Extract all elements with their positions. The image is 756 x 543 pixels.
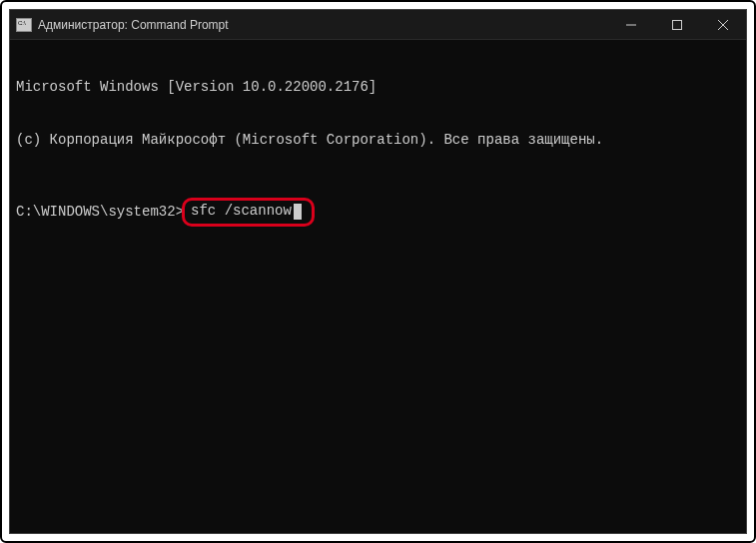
minimize-button[interactable]	[608, 10, 654, 39]
minimize-icon	[626, 20, 636, 30]
text-cursor	[294, 204, 302, 220]
prompt-line: C:\WINDOWS\system32>sfc /scannow	[16, 198, 740, 227]
titlebar-left: Администратор: Command Prompt	[16, 18, 229, 32]
screenshot-frame: Администратор: Command Prompt	[0, 0, 756, 543]
command-highlight: sfc /scannow	[182, 198, 315, 227]
svg-rect-1	[673, 20, 682, 29]
window-controls	[608, 10, 746, 39]
terminal-area[interactable]: Microsoft Windows [Version 10.0.22000.21…	[10, 40, 746, 533]
maximize-button[interactable]	[654, 10, 700, 39]
maximize-icon	[672, 20, 682, 30]
cmd-icon	[16, 18, 32, 32]
prompt-path: C:\WINDOWS\system32>	[16, 204, 184, 222]
command-prompt-window: Администратор: Command Prompt	[9, 9, 747, 534]
close-icon	[718, 20, 728, 30]
window-title: Администратор: Command Prompt	[38, 18, 229, 32]
copyright-line: (c) Корпорация Майкрософт (Microsoft Cor…	[16, 132, 740, 150]
titlebar[interactable]: Администратор: Command Prompt	[10, 10, 746, 40]
close-button[interactable]	[700, 10, 746, 39]
command-text: sfc /scannow	[191, 203, 292, 221]
version-line: Microsoft Windows [Version 10.0.22000.21…	[16, 79, 740, 97]
